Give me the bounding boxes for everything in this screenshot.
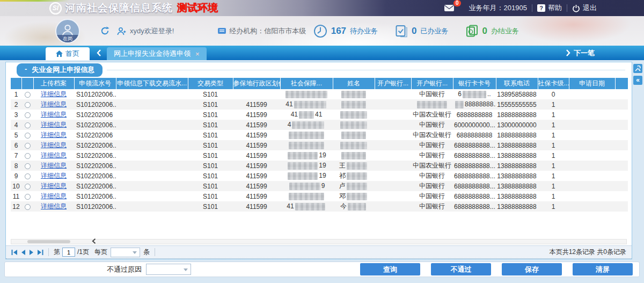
row-number: 6: [11, 140, 21, 150]
scrollbar-thumb[interactable]: [27, 240, 70, 243]
next-page-button[interactable]: [29, 250, 34, 255]
column-header[interactable]: 申请日期: [569, 78, 615, 89]
column-header[interactable]: 联系电话: [496, 78, 538, 89]
masked-data: [292, 121, 324, 129]
column-header[interactable]: 社会保障...: [280, 78, 333, 89]
titlebar: SI 河南社会保障信息系统 测试环境 0 业务年月：201905 ? 帮助 退出: [0, 0, 644, 16]
scroll-left-icon[interactable]: [92, 238, 96, 244]
masked-data: [288, 152, 318, 159]
detail-info-link[interactable]: 详细信息: [41, 172, 67, 179]
logout-button[interactable]: 退出: [572, 3, 597, 13]
refresh-button[interactable]: [100, 26, 109, 35]
tab-online-claim[interactable]: 网上申报失业金待遇申领 ×: [107, 47, 207, 60]
table-cell: 邓: [333, 191, 375, 201]
panel-tools-button[interactable]: [633, 64, 642, 73]
detail-info-link[interactable]: 详细信息: [41, 100, 67, 108]
detail-info-link[interactable]: 详细信息: [41, 111, 67, 118]
table-cell: 411599: [233, 130, 280, 140]
row-radio[interactable]: [25, 133, 31, 139]
table-cell: 1: [538, 150, 569, 161]
row-number: 5: [11, 130, 21, 140]
row-number: 2: [11, 99, 21, 110]
page-label: 第: [54, 248, 60, 257]
pending-business-counter[interactable]: 167 待办业务: [313, 24, 378, 38]
column-header[interactable]: 参保地行政区划代...: [233, 78, 280, 89]
table-cell: 1: [538, 99, 569, 110]
detail-info-link[interactable]: 详细信息: [41, 162, 67, 169]
action-buttons: 查询 不通过 保存 清屏: [360, 263, 639, 275]
detail-info-link[interactable]: 详细信息: [41, 90, 67, 98]
help-button[interactable]: ? 帮助: [537, 3, 562, 13]
detail-info-link[interactable]: 详细信息: [41, 151, 67, 159]
table-cell: [116, 171, 188, 181]
detail-info-link[interactable]: 详细信息: [41, 192, 67, 200]
reject-button[interactable]: 不通过: [431, 263, 491, 275]
column-header[interactable]: 申领信息下载交易流水...: [116, 78, 188, 89]
row-radio[interactable]: [25, 194, 31, 200]
reject-reason-select[interactable]: [146, 264, 191, 275]
detail-info-link[interactable]: 详细信息: [41, 182, 67, 190]
next-record-button[interactable]: 下一笔: [566, 48, 644, 58]
panel-collapse-button[interactable]: «: [633, 76, 642, 85]
masked-data: [289, 183, 320, 190]
tab-home[interactable]: 首页: [46, 47, 90, 60]
masked-data: [341, 132, 366, 139]
divider: [48, 248, 49, 256]
column-header[interactable]: 银行卡卡号: [453, 78, 496, 89]
last-page-button[interactable]: [37, 250, 43, 255]
table-cell: 411599: [233, 120, 280, 130]
row-radio[interactable]: [25, 184, 31, 190]
column-header[interactable]: 交易类型: [188, 78, 233, 89]
column-header[interactable]: 申领流水号: [74, 78, 116, 89]
row-radio[interactable]: [25, 153, 31, 159]
tab-close-icon[interactable]: ×: [195, 50, 200, 57]
detail-info-link[interactable]: 详细信息: [41, 202, 67, 210]
row-radio[interactable]: [25, 112, 31, 118]
column-header[interactable]: 上传档案: [33, 78, 74, 89]
row-radio[interactable]: [25, 173, 31, 179]
row-radio[interactable]: [25, 122, 31, 128]
row-radio[interactable]: [25, 204, 31, 210]
row-radio[interactable]: [25, 143, 31, 149]
detail-info-link[interactable]: 详细信息: [41, 121, 67, 128]
table-cell: 1: [538, 181, 569, 191]
table-cell: 王: [333, 161, 375, 171]
column-header[interactable]: 社保卡级...: [538, 78, 569, 89]
mail-button[interactable]: 0: [444, 4, 455, 12]
table-cell: [569, 150, 615, 161]
section-title[interactable]: - 失业金网上申报信息: [17, 63, 103, 77]
help-icon: ?: [537, 4, 545, 12]
row-radio[interactable]: [25, 102, 31, 108]
table-cell: 6888888888...: [453, 171, 496, 181]
prev-page-button[interactable]: [21, 250, 26, 255]
clear-button[interactable]: 清屏: [573, 263, 633, 275]
save-button[interactable]: 保存: [502, 263, 562, 275]
query-button[interactable]: 查询: [360, 263, 420, 275]
horizontal-scrollbar[interactable]: [11, 239, 627, 244]
table-cell: [233, 89, 280, 99]
row-number: 3: [11, 110, 21, 120]
column-header[interactable]: 开户银行...: [411, 78, 453, 89]
tab-scroll-left-button[interactable]: [97, 49, 101, 56]
table-cell: [375, 140, 411, 150]
masked-data: [347, 172, 367, 180]
page-number-input[interactable]: [62, 248, 75, 257]
row-radio[interactable]: [25, 163, 31, 169]
table-cell: [569, 140, 615, 150]
table-cell: S102202006..: [74, 171, 116, 181]
status-badge: 在岗: [56, 35, 79, 42]
workspace: « - 失业金网上申报信息 上传档案申领流水号申领信息: [0, 60, 644, 283]
column-header[interactable]: 姓名: [333, 78, 375, 89]
per-page-select[interactable]: [111, 248, 140, 257]
closed-business-counter[interactable]: 0 办结业务: [466, 24, 519, 38]
table-row: 11详细信息S101202006..S101411599邓中国银行6888888…: [11, 191, 628, 201]
row-radio[interactable]: [25, 92, 31, 98]
detail-info-link[interactable]: 详细信息: [41, 141, 67, 149]
first-page-button[interactable]: [11, 250, 18, 255]
row-number: 11: [11, 191, 21, 201]
detail-info-link[interactable]: 详细信息: [41, 131, 67, 139]
user-add-button[interactable]: [117, 27, 126, 35]
table-cell: [333, 150, 375, 161]
column-header[interactable]: 开户银行...: [375, 78, 411, 89]
done-business-counter[interactable]: 0 已办业务: [395, 24, 448, 38]
